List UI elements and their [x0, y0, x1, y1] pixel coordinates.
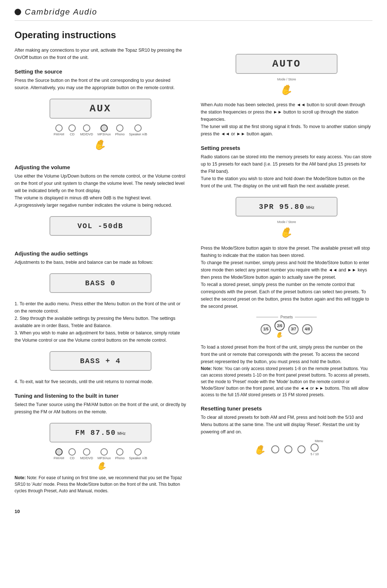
auto-display-text: AUTO — [272, 58, 301, 69]
adjusting-audio-intro: Adjustments to the bass, treble and bala… — [15, 259, 186, 266]
adjusting-volume-p1: Use either the Volume Up/Down buttons on… — [15, 172, 186, 194]
knob-icon: ✋ — [92, 137, 108, 153]
vol-display: VOL -50dB — [50, 216, 151, 236]
fm-am-btn[interactable]: FM/AM — [54, 124, 64, 136]
intro-text: After making any connections to your uni… — [15, 47, 186, 61]
bass-zero-display-group: BASS 0 — [15, 270, 186, 297]
reset-5-10-label: 5 / 10 — [311, 452, 319, 456]
reset-knob-icon: ✋ — [253, 442, 268, 457]
preset-freq-text: 3PR 95.80 — [259, 203, 305, 211]
intro-section: After making any connections to your uni… — [15, 47, 186, 61]
preset-circle-1-5: 1/5 — [261, 324, 271, 334]
md-dvd-circle2 — [83, 448, 90, 456]
adjusting-volume-section: Adjusting the volume Use either the Volu… — [15, 164, 186, 243]
md-dvd-circle — [83, 124, 90, 132]
phono-btn2[interactable]: Phono — [115, 448, 125, 460]
preset-btn-3-7[interactable]: 3/7 — [288, 324, 299, 335]
bass-zero-display-text: BASS 0 — [85, 279, 116, 287]
setting-presets-note: Note: Note: You can only access stored p… — [201, 365, 373, 398]
cd-btn[interactable]: CD — [68, 124, 76, 136]
preset-freq-display-group: 3PR 95.80MHz Mode / Store ✋ — [201, 193, 373, 241]
phono-circle — [116, 124, 123, 132]
setting-presets-p1: Radio stations can be stored into the me… — [201, 153, 373, 175]
resetting-presets-title: Resetting tuner presets — [201, 405, 373, 412]
setting-presets-p5: To recall a stored preset, simply press … — [201, 281, 373, 310]
vol-display-text: VOL -50dB — [78, 222, 123, 230]
fm-display-text: FM 87.50 — [75, 429, 116, 437]
reset-circle-3[interactable] — [297, 445, 305, 454]
adjusting-audio-step1: 1. To enter the audio menu. Press either… — [15, 300, 186, 315]
logo-icon — [15, 9, 21, 15]
preset-circle-2-6: 2/6 — [275, 321, 285, 331]
setting-presets-title: Setting presets — [201, 145, 373, 151]
knob-indicator: ✋ — [94, 139, 107, 151]
adjusting-audio-step3: 3. When you wish to make an adjustment f… — [15, 329, 186, 344]
fm-am-circle2 — [55, 448, 63, 456]
auto-mode-p2: The tuner will stop at the first strong … — [201, 123, 373, 138]
mp3-aux-circle2 — [100, 448, 108, 456]
mp3-aux-btn2[interactable]: MP3/Aux — [98, 448, 111, 460]
preset-btn-1-5[interactable]: 1/5 — [261, 324, 271, 335]
preset-circle-4-8: 4/8 — [302, 324, 312, 334]
auto-display: AUTO — [236, 54, 337, 74]
mhz-label: MHz — [117, 431, 126, 436]
adjusting-audio-title: Adjusting the audio settings — [15, 250, 186, 257]
speaker-ab-btn2[interactable]: Speaker A/B — [129, 448, 147, 460]
fm-knob-icon: ✋ — [96, 460, 108, 472]
preset-buttons-row: 1/5 2/6 ✋ 3/7 4/8 — [201, 321, 373, 338]
tuning-title: Tuning and listening to the built in tun… — [15, 393, 186, 399]
aux-display-text: AUX — [90, 103, 111, 114]
vol-display-group: VOL -50dB — [15, 212, 186, 239]
cd-circle2 — [68, 448, 76, 456]
aux-display-group: AUX FM/AM CD MD/DVD — [15, 95, 186, 153]
preset-line-right — [295, 317, 317, 317]
mp3-aux-btn[interactable]: MP3/Aux — [98, 124, 111, 136]
fm-knob-container: ✋ — [94, 461, 107, 471]
source-buttons-row: FM/AM CD MD/DVD MP3/Aux — [54, 124, 147, 136]
md-dvd-btn2[interactable]: MD/DVD — [80, 448, 93, 460]
auto-knob-container: ✋ — [280, 84, 293, 96]
fm-display-group: FM 87.50MHz FM/AM CD MD/DVD — [15, 419, 186, 471]
phono-btn[interactable]: Phono — [115, 124, 125, 136]
adjusting-audio-step4: 4. To exit, wait for five seconds, until… — [15, 378, 186, 385]
reset-circle-btn-2 — [284, 445, 292, 453]
reset-circle-btn-3 — [297, 445, 305, 453]
tuning-note: Note: Note: For ease of tuning on first … — [15, 474, 186, 494]
adjusting-volume-title: Adjusting the volume — [15, 164, 186, 170]
bass-plus-display-group: BASS + 4 — [15, 347, 186, 374]
resetting-presets-section: Resetting tuner presets To clear all sto… — [201, 405, 373, 460]
header: Cambridge Audio — [15, 7, 372, 21]
reset-circle-4[interactable]: 5 / 10 — [311, 444, 319, 456]
preset-btn-4-8[interactable]: 4/8 — [302, 324, 312, 335]
adjusting-volume-p2: The volume is displayed in minus dB wher… — [15, 194, 186, 202]
cd-circle — [68, 124, 76, 132]
speaker-ab-circle2 — [134, 448, 142, 456]
reset-circle-2[interactable] — [284, 445, 292, 454]
bass-plus-display: BASS + 4 — [50, 351, 151, 371]
md-dvd-btn[interactable]: MD/DVD — [80, 124, 93, 136]
adjusting-audio-section: Adjusting the audio settings Adjustments… — [15, 250, 186, 385]
speaker-ab-btn[interactable]: Speaker A/B — [129, 124, 147, 136]
bass-plus-display-text: BASS + 4 — [80, 357, 121, 365]
mhz-label2: MHz — [306, 205, 315, 210]
cd-btn2[interactable]: CD — [68, 448, 76, 460]
reset-menu-knob: ✋ — [254, 444, 266, 456]
reset-buttons-group: Menu ✋ 5 / 10 — [201, 439, 373, 456]
resetting-presets-p1: To clear all stored presets for both AM … — [201, 414, 373, 436]
setting-source-body: Press the Source button on the front of … — [15, 77, 186, 91]
mode-store-label-2: Mode / Store — [277, 220, 296, 224]
two-column-layout: After making any connections to your uni… — [15, 47, 372, 514]
setting-presets-p2: Tune to the station you wish to store an… — [201, 175, 373, 190]
reset-btn-row: ✋ 5 / 10 — [254, 444, 319, 456]
setting-presets-note-bold: Note: — [201, 366, 212, 371]
phono-circle2 — [116, 448, 123, 456]
fm-am-btn2[interactable]: FM/AM — [54, 448, 64, 460]
fm-source-buttons-row: FM/AM CD MD/DVD MP3/Aux — [54, 448, 147, 460]
reset-circle-1[interactable] — [271, 445, 279, 454]
reset-circle-btn-4 — [311, 444, 319, 452]
preset-freq-display: 3PR 95.80MHz — [236, 197, 337, 216]
speaker-ab-circle — [134, 124, 142, 132]
preset-btn-2-6[interactable]: 2/6 ✋ — [275, 321, 285, 338]
preset-circle-3-7: 3/7 — [288, 324, 299, 334]
fm-display: FM 87.50MHz — [50, 423, 151, 442]
